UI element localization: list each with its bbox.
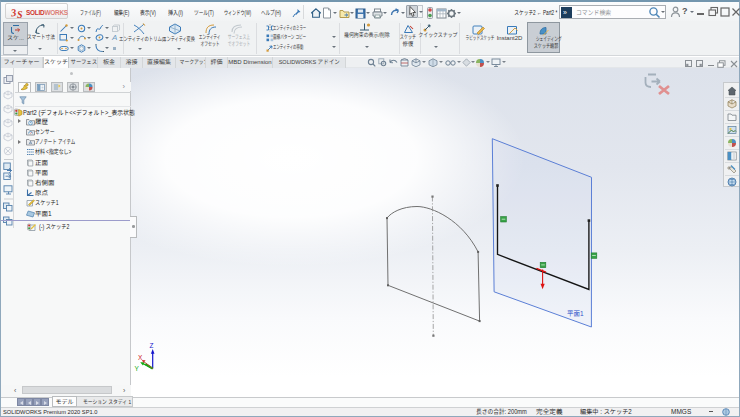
svg-text:X: X [138,354,143,361]
svg-text:Z: Z [150,342,154,349]
svg-text:S: S [17,9,23,20]
svg-text:Y: Y [135,365,140,372]
svg-text:3: 3 [10,7,17,19]
